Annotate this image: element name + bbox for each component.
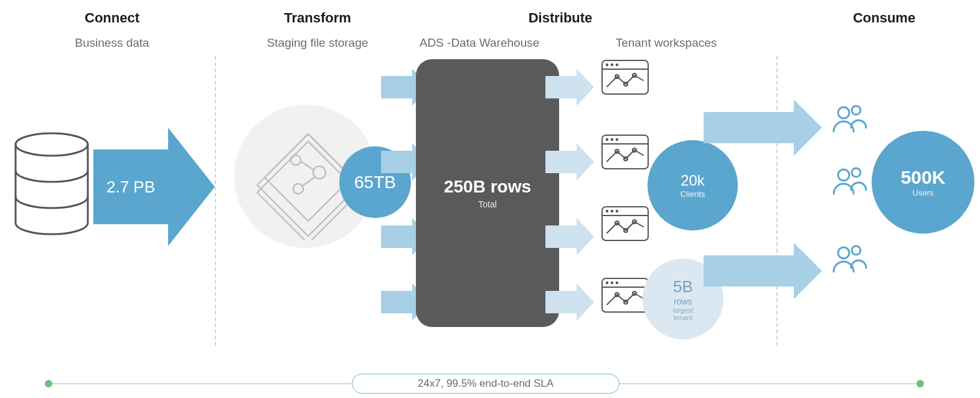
- users-caption: Users: [913, 188, 934, 197]
- svg-point-3: [293, 184, 303, 194]
- svg-point-0: [16, 133, 88, 156]
- svg-point-40: [838, 169, 849, 181]
- svg-rect-22: [602, 207, 648, 240]
- svg-point-24: [606, 210, 608, 212]
- svg-point-17: [611, 138, 613, 141]
- workspace-chart-icon-1: [601, 59, 649, 95]
- svg-point-10: [616, 64, 618, 66]
- svg-point-25: [611, 210, 613, 212]
- arrow-out-1: [545, 69, 594, 106]
- sla-dot-left: [45, 380, 52, 387]
- arrow-out-2: [545, 143, 594, 181]
- svg-point-26: [616, 210, 618, 212]
- workspace-chart-icon-3: [601, 206, 649, 242]
- svg-point-1: [291, 155, 301, 165]
- warehouse-box: 250B rows Total: [416, 59, 559, 327]
- svg-point-42: [838, 247, 849, 258]
- sla-pill: 24x7, 99.5% end-to-end SLA: [352, 374, 620, 394]
- svg-point-39: [852, 106, 860, 115]
- clients-value: 20k: [681, 172, 705, 189]
- svg-point-33: [611, 282, 613, 284]
- col-subtitle-connect: Business data: [50, 36, 174, 50]
- svg-point-41: [852, 168, 860, 177]
- connect-value: 2.7 PB: [106, 178, 155, 197]
- arrow-connect: 2.7 PB: [93, 128, 215, 246]
- arrow-consume-1: [704, 100, 822, 156]
- arrow-out-4: [545, 283, 594, 321]
- col-title-connect: Connect: [50, 10, 174, 26]
- separator-1: [215, 56, 216, 346]
- col-title-consume: Consume: [822, 10, 946, 26]
- col-subtitle-distribute-left: ADS -Data Warehouse: [398, 36, 560, 50]
- workspace-chart-icon-2: [601, 134, 649, 170]
- largest-tenant-value: 5B: [673, 277, 693, 296]
- diagram: Connect Transform Distribute Consume Bus…: [0, 0, 980, 398]
- svg-point-32: [606, 282, 608, 284]
- svg-line-5: [302, 177, 315, 186]
- sla-dot-right: [916, 380, 924, 387]
- svg-point-34: [616, 282, 618, 284]
- svg-point-38: [838, 107, 849, 118]
- sla-text: 24x7, 99.5% end-to-end SLA: [418, 377, 554, 389]
- arrow-out-3: [545, 218, 594, 255]
- col-title-distribute: Distribute: [479, 10, 641, 26]
- largest-tenant-caption3: tenant: [674, 314, 693, 321]
- svg-point-9: [611, 64, 613, 66]
- col-title-transform: Transform: [243, 10, 392, 26]
- col-subtitle-transform: Staging file storage: [243, 36, 392, 50]
- warehouse-caption: Total: [478, 199, 497, 209]
- svg-point-18: [616, 138, 618, 141]
- users-icon-2: [831, 165, 869, 196]
- largest-tenant-caption2: largest: [672, 306, 693, 314]
- arrow-consume-2: [704, 243, 822, 299]
- users-badge: 500K Users: [872, 131, 974, 234]
- svg-rect-30: [602, 278, 648, 312]
- svg-rect-14: [602, 135, 648, 169]
- database-icon: [11, 131, 92, 237]
- users-icon-1: [831, 103, 869, 134]
- svg-point-43: [852, 246, 860, 255]
- svg-rect-6: [602, 60, 648, 94]
- warehouse-value: 250B rows: [444, 177, 531, 197]
- clients-caption: Clients: [681, 189, 705, 199]
- svg-point-16: [606, 138, 608, 141]
- svg-line-4: [301, 161, 314, 170]
- svg-point-8: [606, 64, 608, 66]
- users-icon-3: [831, 243, 869, 274]
- col-subtitle-distribute-right: Tenant workspaces: [585, 36, 747, 50]
- users-value: 500K: [901, 167, 946, 188]
- largest-tenant-caption1: rows: [674, 296, 692, 306]
